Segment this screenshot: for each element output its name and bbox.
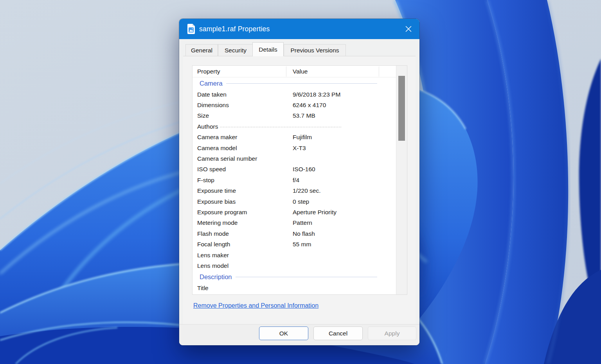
property-cell: Focal length — [197, 241, 230, 248]
column-divider[interactable] — [379, 66, 379, 77]
property-cell: Metering mode — [197, 219, 238, 226]
details-listview: Property Value CameraDate taken9/6/2018 … — [192, 65, 407, 295]
property-cell: Dimensions — [197, 102, 229, 109]
property-cell: Camera serial number — [197, 155, 257, 162]
table-row[interactable]: Size53.7 MB — [193, 111, 407, 121]
value-cell: 0 step — [293, 198, 309, 205]
group-rule — [236, 277, 377, 277]
column-header-property[interactable]: Property — [197, 66, 220, 77]
table-row[interactable]: Camera modelX-T3 — [193, 143, 407, 153]
scrollbar-thumb[interactable] — [398, 76, 405, 141]
column-header-value[interactable]: Value — [293, 66, 308, 77]
close-button[interactable] — [398, 19, 419, 39]
value-cell: ISO-160 — [293, 166, 315, 173]
table-row[interactable]: Authors — [193, 121, 407, 132]
window-title: sample1.raf Properties — [199, 25, 270, 33]
apply-button[interactable]: Apply — [368, 326, 416, 340]
cancel-button[interactable]: Cancel — [313, 326, 363, 340]
editable-hint-dashes[interactable] — [220, 127, 341, 127]
property-cell: Title — [197, 285, 209, 292]
table-row[interactable]: Exposure programAperture Priority — [193, 207, 407, 217]
table-row[interactable]: Lens maker — [193, 250, 407, 260]
table-row[interactable]: Date taken9/6/2018 3:23 PM — [193, 89, 407, 100]
properties-dialog: sample1.raf Properties General Security … — [179, 19, 419, 345]
property-cell: Camera maker — [197, 134, 238, 141]
value-cell: No flash — [293, 230, 315, 237]
property-cell: Lens model — [197, 262, 229, 269]
property-cell: Camera model — [197, 145, 237, 152]
table-row[interactable]: Lens model — [193, 260, 407, 271]
desktop: sample1.raf Properties General Security … — [0, 0, 601, 364]
tab-details[interactable]: Details — [252, 42, 284, 56]
value-cell: Aperture Priority — [293, 209, 336, 216]
tab-general[interactable]: General — [185, 44, 218, 56]
tab-previous-versions[interactable]: Previous Versions — [284, 44, 346, 56]
property-cell: Size — [197, 112, 209, 119]
vertical-scrollbar[interactable] — [396, 66, 407, 294]
table-row[interactable]: F-stopf/4 — [193, 175, 407, 185]
group-rule — [226, 83, 377, 84]
table-row[interactable]: ISO speedISO-160 — [193, 164, 407, 175]
value-cell: 9/6/2018 3:23 PM — [293, 91, 340, 98]
table-row[interactable]: Camera makerFujifilm — [193, 132, 407, 143]
property-cell: Authors — [197, 123, 218, 130]
table-row[interactable]: Title — [193, 283, 407, 294]
property-cell: F-stop — [197, 177, 214, 184]
value-cell: Pattern — [293, 219, 312, 226]
table-row[interactable]: Exposure bias0 step — [193, 196, 407, 207]
ok-button[interactable]: OK — [259, 326, 308, 340]
property-cell: Flash mode — [197, 230, 229, 237]
details-table-body: CameraDate taken9/6/2018 3:23 PMDimensio… — [193, 77, 407, 294]
table-row[interactable]: Metering modePattern — [193, 218, 407, 228]
remove-properties-link[interactable]: Remove Properties and Personal Informati… — [193, 302, 318, 309]
image-file-icon — [187, 24, 195, 34]
table-row[interactable]: Dimensions6246 x 4170 — [193, 100, 407, 110]
tab-security[interactable]: Security — [218, 44, 253, 56]
listview-header[interactable]: Property Value — [193, 66, 407, 77]
table-row[interactable]: Camera serial number — [193, 153, 407, 164]
property-cell: Exposure bias — [197, 198, 236, 205]
value-cell: 1/220 sec. — [293, 187, 321, 194]
table-row[interactable]: Flash modeNo flash — [193, 228, 407, 239]
property-cell: Exposure time — [197, 187, 236, 194]
table-row[interactable]: Exposure time1/220 sec. — [193, 186, 407, 196]
value-cell: X-T3 — [293, 145, 306, 152]
close-icon — [405, 26, 412, 32]
group-name: Camera — [200, 80, 223, 87]
titlebar[interactable]: sample1.raf Properties — [179, 19, 419, 39]
value-cell: 6246 x 4170 — [293, 102, 326, 109]
property-cell: Date taken — [197, 91, 227, 98]
property-cell: Exposure program — [197, 209, 247, 216]
value-cell: f/4 — [293, 177, 299, 184]
group-header: Description — [193, 271, 407, 283]
value-cell: 53.7 MB — [293, 112, 315, 119]
tab-divider — [183, 56, 416, 56]
property-cell: Lens maker — [197, 252, 229, 259]
value-cell: Fujifilm — [293, 134, 312, 141]
footer-divider — [179, 324, 419, 325]
table-row[interactable]: Focal length55 mm — [193, 239, 407, 249]
value-cell: 55 mm — [293, 241, 311, 248]
column-divider[interactable] — [286, 66, 286, 77]
property-cell: ISO speed — [197, 166, 226, 173]
group-name: Description — [200, 273, 232, 281]
group-header: Camera — [193, 77, 407, 89]
